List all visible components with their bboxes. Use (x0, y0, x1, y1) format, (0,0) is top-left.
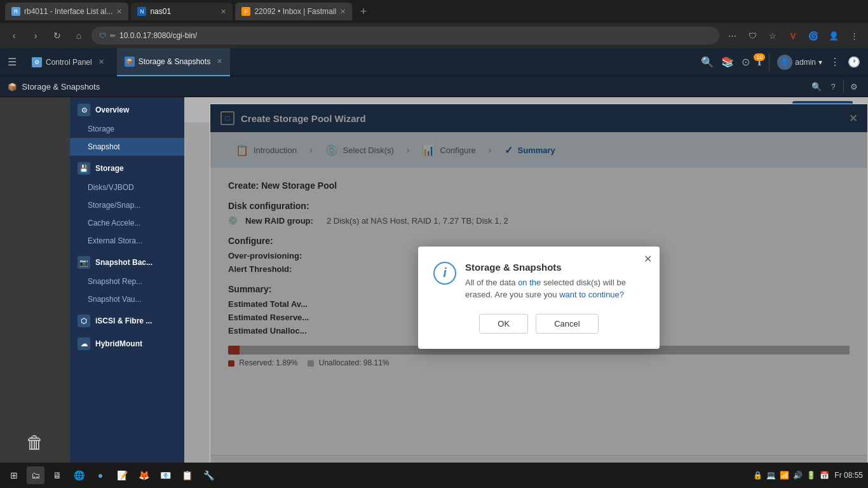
sidebar-overview-header[interactable]: ⊙ Overview (70, 97, 184, 120)
sidebar-item-snapshot-vault[interactable]: Snapshot Vau... (70, 290, 184, 308)
alert-cancel-button[interactable]: Cancel (536, 314, 598, 334)
sidebar-item-external[interactable]: External Stora... (70, 232, 184, 250)
alert-message-part1: All of the data (465, 278, 518, 287)
profile-icon[interactable]: 👤 (825, 27, 843, 44)
qts-tab-control-panel[interactable]: ⚙ Control Panel ✕ (24, 48, 112, 76)
forward-button[interactable]: › (27, 27, 44, 44)
app-help-button[interactable]: ? (827, 80, 839, 93)
sidebar-snapshot-backup-header[interactable]: 📷 Snapshot Bac... (70, 250, 184, 273)
qts-appbar-right: 🔍 📚 ⊙ ℹ 10 👤 admin ▾ ⋮ 🕐 (701, 53, 860, 71)
sidebar-item-cache[interactable]: Cache Accele... (70, 214, 184, 232)
browser-tab-rb4011[interactable]: R rb4011 - Interface List al... ✕ (5, 3, 128, 20)
search-button[interactable]: 🔍 (701, 56, 714, 68)
reload-button[interactable]: ↻ (48, 27, 66, 44)
taskbar-email-icon[interactable]: 📧 (156, 466, 174, 484)
browser-tabs: R rb4011 - Interface List al... ✕ N nas0… (0, 0, 868, 23)
admin-dropdown-icon: ▾ (818, 58, 822, 67)
taskbar: ⊞ 🗂 🖥 🌐 ● 📝 🦊 📧 📋 🔧 🔒 💻 📶 🔊 🔋 📅 Fr 08:55 (0, 463, 868, 488)
shield-button[interactable]: 🛡 (743, 27, 761, 44)
tab-icon-fastmail: F (241, 7, 250, 16)
storage-snapshots-label: Storage & Snapshots (139, 57, 210, 66)
alert-content: Storage & Snapshots All of the data on t… (465, 262, 644, 301)
hamburger-menu[interactable]: ☰ (8, 56, 17, 68)
user-avatar: 👤 (777, 55, 792, 70)
hybridmount-label: HybridMount (95, 339, 142, 348)
alert-overlay: ✕ i Storage & Snapshots All of the data … (210, 104, 867, 488)
addon-icon[interactable]: 🌀 (804, 27, 822, 44)
sidebar-storage-header[interactable]: 💾 Storage (70, 156, 184, 179)
control-panel-close[interactable]: ✕ (98, 58, 104, 66)
wizard-backdrop: □ Create Storage Pool Wizard ✕ 📋 Introdu… (184, 97, 868, 488)
sidebar-item-snapshot-rep[interactable]: Snapshot Rep... (70, 273, 184, 290)
nav-actions: ⋯ 🛡 ☆ V 🌀 👤 ⋮ (723, 27, 863, 44)
notification-button[interactable]: ℹ 10 (757, 56, 761, 68)
taskbar-circle-icon[interactable]: ● (92, 466, 109, 484)
overview-section-icon: ⊙ (78, 104, 90, 116)
browser-tab-nas01[interactable]: N nas01 ✕ (131, 3, 233, 20)
address-text: 10.0.0.17:8080/cgi-bin/ (119, 31, 197, 40)
taskbar-tool-icon[interactable]: 🔧 (200, 466, 217, 484)
hybridmount-icon: ☁ (78, 337, 90, 350)
back-button[interactable]: ‹ (5, 27, 23, 44)
home-button[interactable]: ⌂ (70, 27, 88, 44)
taskbar-wifi-icon: 📶 (780, 471, 789, 480)
iscsi-label: iSCSI & Fibre ... (95, 316, 152, 325)
storage-section-icon: 💾 (78, 162, 90, 175)
bookmark-button[interactable]: ☆ (764, 27, 782, 44)
storage-snapshots-close[interactable]: ✕ (217, 57, 222, 65)
storage-section-label: Storage (95, 164, 124, 173)
admin-menu[interactable]: 👤 admin ▾ (777, 55, 822, 70)
sidebar-item-disks[interactable]: Disks/VJBOD (70, 179, 184, 196)
nav-bar: ‹ › ↻ ⌂ 🛡 ✏ 10.0.0.17:8080/cgi-bin/ ⋯ 🛡 … (0, 23, 868, 48)
security-icon: 🛡 (99, 32, 106, 39)
taskbar-right: 🔒 💻 📶 🔊 🔋 📅 Fr 08:55 (753, 471, 863, 480)
alert-ok-button[interactable]: OK (479, 314, 528, 334)
taskbar-browser-icon[interactable]: 🌐 (70, 466, 88, 484)
taskbar-windows-button[interactable]: ⊞ (5, 466, 23, 484)
ss-title-text: Storage & Snapshots (22, 82, 100, 92)
browser-chrome: R rb4011 - Interface List al... ✕ N nas0… (0, 0, 868, 48)
alert-close-button[interactable]: ✕ (644, 253, 652, 265)
tab-close-fastmail[interactable]: ✕ (340, 8, 346, 16)
alert-header: i Storage & Snapshots All of the data on… (433, 262, 644, 301)
taskbar-files-icon[interactable]: 🗂 (27, 466, 44, 484)
v-icon[interactable]: V (784, 27, 802, 44)
snapshot-backup-icon: 📷 (78, 256, 90, 269)
taskbar-clock: Fr 08:55 (834, 471, 863, 480)
taskbar-laptop-icon: 💻 (766, 471, 776, 480)
app-settings-button[interactable]: ⚙ (848, 80, 860, 93)
stack-button[interactable]: 📚 (721, 56, 734, 68)
more-icon[interactable]: ⋮ (845, 27, 863, 44)
tab-close-rb4011[interactable]: ✕ (116, 8, 122, 16)
qts-appbar: ☰ ⚙ Control Panel ✕ 📦 Storage & Snapshot… (0, 48, 868, 76)
taskbar-monitor-icon[interactable]: 🖥 (48, 466, 66, 484)
taskbar-battery-icon: 🔋 (806, 471, 816, 480)
alert-message-want: want to continue? (559, 290, 624, 299)
notification-badge: 10 (754, 53, 765, 61)
taskbar-firefox-icon[interactable]: 🦊 (135, 466, 153, 484)
tab-label-fastmail: 22092 • Inbox | Fastmail (254, 7, 336, 16)
sidebar-hybridmount-header[interactable]: ☁ HybridMount (70, 331, 184, 354)
address-bar[interactable]: 🛡 ✏ 10.0.0.17:8080/cgi-bin/ (92, 27, 719, 44)
taskbar-code-icon[interactable]: 📝 (113, 466, 131, 484)
app-search-button[interactable]: 🔍 (810, 80, 823, 93)
taskbar-system-icons: 🔒 💻 📶 🔊 🔋 📅 (753, 471, 829, 480)
clock-button[interactable]: 🕐 (848, 56, 860, 68)
browser-tab-fastmail[interactable]: F 22092 • Inbox | Fastmail ✕ (235, 3, 352, 20)
tab-close-nas01[interactable]: ✕ (220, 8, 226, 16)
sidebar-iscsi-header[interactable]: ⬡ iSCSI & Fibre ... (70, 308, 184, 331)
taskbar-notes-icon[interactable]: 📋 (178, 466, 196, 484)
main-area: 🗑 QTS ⊙ Overview Storage Snapshot 💾 Stor… (0, 97, 868, 488)
appbar-more-button[interactable]: ⋮ (830, 56, 840, 68)
qts-trash-container: 🗑 (26, 432, 44, 453)
monitor-button[interactable]: ⊙ (742, 56, 750, 68)
sidebar-item-snapshot[interactable]: Snapshot (70, 138, 184, 156)
alert-info-icon: i (433, 262, 456, 285)
sidebar-item-storage-snap[interactable]: Storage/Snap... (70, 196, 184, 214)
tab-add-button[interactable]: + (355, 3, 372, 20)
sidebar-item-storage[interactable]: Storage (70, 120, 184, 138)
qts-tab-storage-snapshots[interactable]: 📦 Storage & Snapshots ✕ (117, 48, 230, 76)
extensions-button[interactable]: ⋯ (723, 27, 741, 44)
tab-icon-nas01: N (137, 7, 146, 16)
admin-label: admin (795, 58, 816, 67)
